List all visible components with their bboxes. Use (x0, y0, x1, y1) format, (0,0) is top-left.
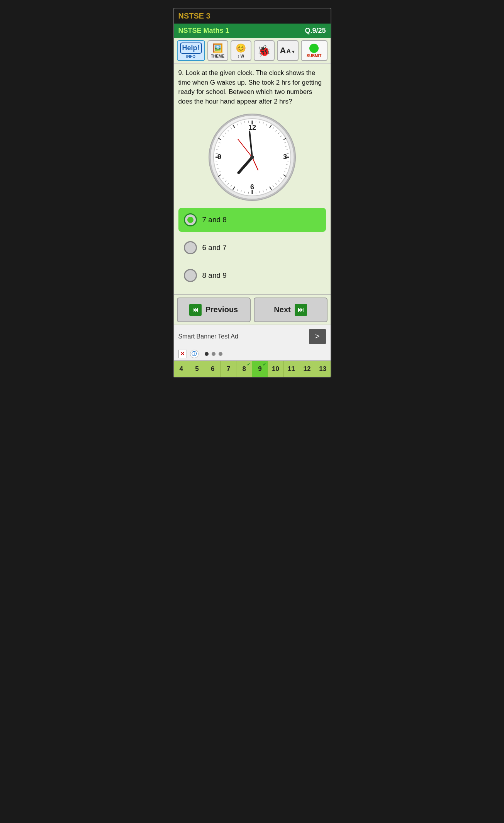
question-text: 9. Look at the given clock. The clock sh… (178, 68, 326, 107)
banner-close-button[interactable]: ✕ (178, 350, 187, 358)
banner-info-button[interactable]: ⓘ (190, 350, 199, 358)
qnum-8[interactable]: 8 ✓ (236, 361, 252, 377)
svg-text:9: 9 (217, 153, 221, 161)
theme-button[interactable]: 🖼️ THEME (207, 40, 228, 61)
font-button[interactable]: A A ▼ (277, 40, 299, 61)
clock-image: 12 3 6 9 (208, 113, 297, 202)
qnum-4[interactable]: 4 (174, 361, 190, 377)
banner-text: Smart Banner Test Ad (178, 333, 238, 340)
qnum-11[interactable]: 11 (283, 361, 299, 377)
clock-container: 12 3 6 9 (174, 113, 331, 202)
banner-arrow-button[interactable]: > (309, 329, 326, 344)
subtitle: NSTSE Maths 1 (178, 27, 229, 35)
qnum-5[interactable]: 5 (189, 361, 205, 377)
question-nav: 4 5 6 7 8 ✓ 9 ✓ 10 11 (174, 360, 331, 377)
word-label: ↕ W (238, 54, 244, 58)
check-9: ✓ (263, 362, 266, 367)
toolbar: Help! INFO 🖼️ THEME 😊 ↕ W 🐞 A A ▼ (174, 38, 331, 64)
dot-2 (212, 352, 216, 356)
qnum-7[interactable]: 7 (221, 361, 237, 377)
svg-line-30 (287, 153, 288, 154)
smiley-icon: 😊 (236, 43, 246, 53)
qnum-10[interactable]: 10 (268, 361, 284, 377)
question-number: Q.9/25 (305, 27, 326, 35)
radio-b (184, 241, 197, 254)
option-c-label: 8 and 9 (202, 271, 227, 280)
svg-text:12: 12 (248, 124, 256, 131)
next-button[interactable]: Next ⏭ (254, 298, 328, 322)
submit-label: SUBMIT (307, 54, 321, 58)
svg-text:6: 6 (250, 183, 254, 191)
option-a-label: 7 and 8 (202, 216, 227, 224)
radio-a (184, 213, 197, 226)
options-area: 7 and 8 6 and 7 8 and 9 (174, 206, 331, 294)
theme-icon: 🖼️ (212, 43, 223, 53)
svg-text:3: 3 (283, 153, 287, 161)
option-b[interactable]: 6 and 7 (178, 236, 326, 260)
info-label: INFO (186, 54, 195, 59)
radio-inner-a (187, 217, 193, 223)
qnum-12[interactable]: 12 (299, 361, 315, 377)
dot-3 (219, 352, 222, 356)
banner-area: Smart Banner Test Ad > (174, 325, 331, 348)
svg-line-19 (256, 121, 256, 122)
qnum-6[interactable]: 6 (205, 361, 221, 377)
svg-line-54 (216, 161, 217, 161)
app-title: NSTSE 3 (178, 12, 210, 20)
check-8: ✓ (247, 362, 250, 367)
subtitle-bar: NSTSE Maths 1 Q.9/25 (174, 24, 331, 38)
svg-line-66 (248, 121, 249, 122)
option-b-label: 6 and 7 (202, 243, 227, 252)
word-button[interactable]: 😊 ↕ W (231, 40, 251, 61)
dot-1 (205, 352, 209, 356)
bug-button[interactable]: 🐞 (254, 40, 275, 61)
svg-point-71 (250, 155, 254, 159)
svg-line-31 (287, 161, 288, 161)
font-icon: A A ▼ (280, 46, 295, 56)
title-bar: NSTSE 3 (174, 9, 331, 24)
theme-label: THEME (211, 54, 224, 58)
qnum-13[interactable]: 13 (315, 361, 331, 377)
dots-row (202, 352, 222, 356)
question-area: 9. Look at the given clock. The clock sh… (174, 64, 331, 113)
svg-line-42 (256, 192, 256, 194)
qnum-9[interactable]: 9 ✓ (252, 361, 268, 377)
ladybug-icon: 🐞 (257, 44, 271, 57)
svg-line-43 (248, 192, 249, 194)
svg-line-55 (216, 153, 217, 154)
option-a[interactable]: 7 and 8 (178, 208, 326, 232)
next-icon: ⏭ (295, 304, 307, 316)
help-icon: Help! (180, 43, 202, 54)
previous-label: Previous (205, 305, 238, 314)
info-button[interactable]: Help! INFO (177, 40, 205, 61)
submit-dot-icon (309, 44, 319, 53)
option-c[interactable]: 8 and 9 (178, 264, 326, 287)
nav-bar: ⏮ Previous Next ⏭ (174, 294, 331, 325)
previous-button[interactable]: ⏮ Previous (177, 298, 251, 322)
submit-button[interactable]: SUBMIT (301, 40, 328, 61)
radio-c (184, 269, 197, 282)
next-label: Next (274, 305, 290, 314)
previous-icon: ⏮ (189, 304, 202, 316)
